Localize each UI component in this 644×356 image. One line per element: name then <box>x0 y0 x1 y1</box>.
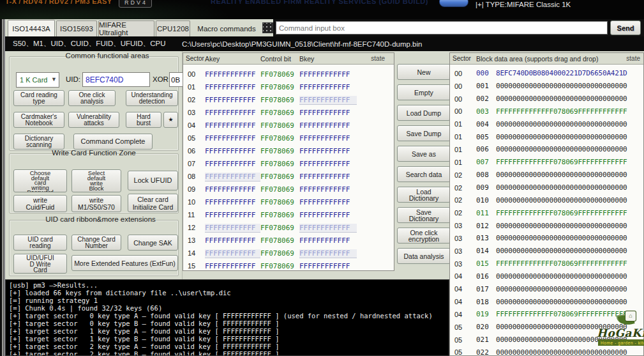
one-click-analysis-button[interactable]: One click analysis <box>68 90 116 106</box>
tab-cpu1208[interactable]: CPU1208 <box>156 20 190 36</box>
block-table-row[interactable]: 0401700000000000000000000000000000000 <box>450 282 643 295</box>
data-analysis-button[interactable]: Data analysis <box>397 248 451 264</box>
uid-field[interactable] <box>82 72 150 87</box>
block-data-table[interactable]: Sector Block data area (supports drag an… <box>449 52 644 356</box>
search-data-button[interactable]: Search data <box>397 166 451 182</box>
hard-burst-star-button[interactable]: ★ <box>163 112 178 128</box>
key-table-row[interactable]: 10FFFFFFFFFFFFFF078069FFFFFFFFFFFF <box>183 196 394 208</box>
key-table-row[interactable]: 01FFFFFFFFFFFFFF078069FFFFFFFFFFFF <box>183 81 394 93</box>
load-dump-button[interactable]: Load Dump <box>397 105 451 121</box>
tab-mifare-ultralight[interactable]: MIFARE Ultralight <box>98 20 154 36</box>
block-table-row[interactable]: 0301400000000000000000000000000000000 <box>450 245 643 258</box>
block-table-row[interactable]: 0100600000000000000000000000000000000 <box>450 143 643 156</box>
key-table-row[interactable]: 07FFFFFFFFFFFFFF078069FFFFFFFFFFFF <box>183 157 394 170</box>
select-default-write-block-button[interactable]: Select default write Block <box>71 169 121 192</box>
sector-cell: 01 <box>450 133 476 141</box>
sector-key-table[interactable]: Sector Akey Control bit Bkey state 00FFF… <box>183 52 394 271</box>
block-table-row[interactable]: 0401800000000000000000000000000000000 <box>450 295 643 308</box>
change-card-number-button[interactable]: Change Card Number <box>71 235 121 251</box>
choose-default-password-button[interactable]: Choose default card writing Password <box>13 169 67 192</box>
akey-cell: FFFFFFFFFFFF <box>205 173 260 181</box>
clear-card-initialize-button[interactable]: Clear card Initialize Card <box>128 194 178 212</box>
block-number-cell: 012 <box>476 222 496 230</box>
key-table-row[interactable]: 09FFFFFFFFFFFFFF078069FFFFFFFFFFFF <box>183 183 394 196</box>
sector-cell: 05 <box>450 323 476 331</box>
block-table-row[interactable]: 0301300000000000000000000000000000000 <box>450 232 643 245</box>
dump-action-buttons: NewEmptyLoad DumpSave DumpSave asSearch … <box>397 64 451 264</box>
block-table-row[interactable]: 0200900000000000000000000000000000000 <box>450 182 643 194</box>
block-table-row[interactable]: 02011FFFFFFFFFFFFFF078069FFFFFFFFFFFF <box>450 206 643 219</box>
key-table-row[interactable]: 00FFFFFFFFFFFFFF078069FFFFFFFFFFFF <box>183 68 394 81</box>
console-output[interactable]: [usb] pm3 —>Results...[+] loaded 66 keys… <box>5 279 449 356</box>
hard-burst-button[interactable]: Hard burst <box>126 112 161 128</box>
tab-iso14443a[interactable]: ISO14443A <box>8 20 55 36</box>
connect-button[interactable] <box>439 0 468 7</box>
understanding-detection-button[interactable]: Understanding detection <box>126 90 178 106</box>
one-click-encryption-button[interactable]: One click encryption <box>397 228 451 244</box>
akey-cell: FFFFFFFFFFFF <box>205 160 260 168</box>
save-dump-button[interactable]: Save Dump <box>397 125 451 141</box>
key-table-row[interactable]: 06FFFFFFFFFFFFFF078069FFFFFFFFFFFF <box>183 144 394 157</box>
block-table-row[interactable]: 00003FFFFFFFFFFFFFF078069FFFFFFFFFFFF <box>450 105 643 118</box>
key-table-row[interactable]: 15FFFFFFFFFFFFFF078069FFFFFFFFFFFF <box>183 259 394 271</box>
block-table-row[interactable]: 0401600000000000000000000000000000000 <box>450 270 643 283</box>
key-table-row[interactable]: 04FFFFFFFFFFFFFF078069FFFFFFFFFFFF <box>183 119 394 132</box>
dictionary-scanning-button[interactable]: Dictionary scanning <box>13 134 64 150</box>
vulnerability-attacks-button[interactable]: Vulnerability attacks <box>68 112 119 128</box>
tab-macro-commands[interactable]: Macro commands <box>193 20 260 36</box>
uid-card-reading-button[interactable]: UID card reading <box>13 235 67 251</box>
key-table-row[interactable]: 12FFFFFFFFFFFFFF078069FFFFFFFFFFFF <box>183 221 394 234</box>
empty-button[interactable]: Empty <box>397 84 451 100</box>
block-table-row[interactable]: 0100400000000000000000000000000000000 <box>450 118 643 130</box>
uid-ufuid-write-card-button[interactable]: UID/UFUI D Write Card <box>13 254 67 274</box>
lock-ufuid-button[interactable]: Lock UFUID <box>128 171 178 190</box>
card-type-status: |+| TYPE:MIFARE Classic 1K <box>476 1 571 8</box>
key-table-row[interactable]: 03FFFFFFFFFFFFFF078069FFFFFFFFFFFF <box>183 106 394 119</box>
block-table-row[interactable]: 0200800000000000000000000000000000000 <box>450 169 643 182</box>
block-table-row[interactable]: 0000100000000000000000000000000000000 <box>450 80 643 93</box>
command-complete-button[interactable]: Command Complete <box>73 134 153 150</box>
block-table-row[interactable]: 03015FFFFFFFFFFFFFF078069FFFFFFFFFFFF <box>450 258 643 270</box>
console-line: [+] target sector 0 key type A — found v… <box>9 312 449 320</box>
write-cuid-fuid-button[interactable]: write Cuid/Fuid <box>13 195 67 212</box>
card-type-select[interactable]: 1 K Card ▼ <box>16 72 59 88</box>
tab-iso15693[interactable]: ISO15693 <box>56 20 97 36</box>
card-type-select-value: 1 K Card <box>20 76 47 84</box>
sector-cell: 02 <box>450 184 476 192</box>
write-m1-s50-s70-button[interactable]: write M1/S50/S70 <box>71 195 121 212</box>
block-table-header: Sector Block data area (supports drag an… <box>450 53 643 65</box>
new-button[interactable]: New <box>397 64 451 80</box>
control-bit-cell: FF078069 <box>260 224 299 232</box>
block-data-cell: 00000000000000000000000000000000 <box>496 298 627 306</box>
sector-cell: 02 <box>183 96 205 104</box>
block-table-row[interactable]: 01007FFFFFFFFFFFFFF078069FFFFFFFFFFFF <box>450 156 643 169</box>
block-data-cell: 00000000000000000000000000000000 <box>496 120 627 128</box>
block-table-row[interactable]: 0301200000000000000000000000000000000 <box>450 219 643 232</box>
block-number-cell: 011 <box>476 209 496 217</box>
key-table-row[interactable]: 05FFFFFFFFFFFFFF078069FFFFFFFFFFFF <box>183 132 394 144</box>
save-as-button[interactable]: Save as <box>397 146 451 162</box>
key-table-row[interactable]: 02FFFFFFFFFFFFFF078069FFFFFFFFFFFF <box>183 93 394 106</box>
xor-field[interactable] <box>169 72 184 87</box>
sector-cell: 09 <box>183 185 205 193</box>
save-dictionary-button[interactable]: Save Dictionary <box>397 207 451 223</box>
send-button[interactable]: Send <box>610 20 641 35</box>
key-table-row[interactable]: 11FFFFFFFFFFFFFF078069FFFFFFFFFFFF <box>183 208 394 221</box>
block-number-cell: 017 <box>476 285 496 293</box>
block-table-row[interactable]: 0201000000000000000000000000000000000 <box>450 194 643 206</box>
block-table-row[interactable]: 000008EFC740D0B0804000221D7D6650A421D <box>450 67 643 80</box>
block-table-row[interactable]: 0000200000000000000000000000000000000 <box>450 93 643 105</box>
key-table-row[interactable]: 13FFFFFFFFFFFFFF078069FFFFFFFFFFFF <box>183 234 394 247</box>
key-table-row[interactable]: 14FFFFFFFFFFFFFF078069FFFFFFFFFFFF <box>183 247 394 259</box>
block-data-cell: 00000000000000000000000000000000 <box>496 196 627 205</box>
bkey-cell: FFFFFFFFFFFF <box>299 262 357 270</box>
change-sak-button[interactable]: Change SAK <box>128 235 178 251</box>
key-table-row[interactable]: 08FFFFFFFFFFFFFF078069FFFFFFFFFFFF <box>183 170 394 183</box>
load-dictionary-button[interactable]: Load Dictionary <box>397 187 451 203</box>
block-table-row[interactable]: 0100500000000000000000000000000000000 <box>450 130 643 143</box>
cardmakers-notebook-button[interactable]: Cardmaker's Notebook <box>13 112 64 128</box>
more-extended-features-button[interactable]: More Extended Features (ExtFun) <box>71 255 178 271</box>
card-reading-type-button[interactable]: Card reading type <box>13 90 64 106</box>
command-input[interactable] <box>276 21 608 35</box>
drag-handle-icon[interactable] <box>262 22 273 33</box>
